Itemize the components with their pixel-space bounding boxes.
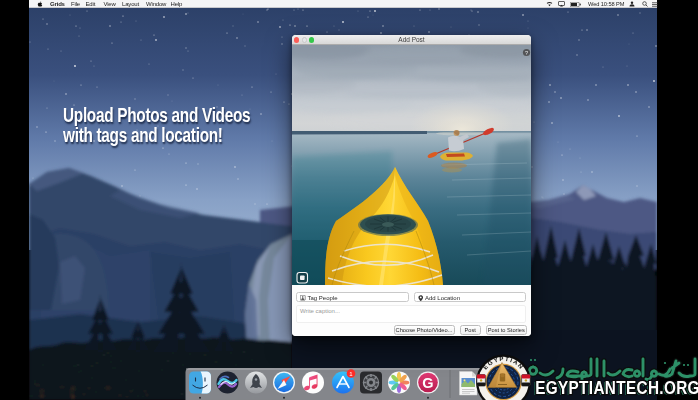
svg-text:EGYPTIANTECH.ORG: EGYPTIANTECH.ORG — [535, 378, 698, 397]
svg-text:?: ? — [525, 50, 528, 56]
svg-text:G: G — [422, 375, 433, 391]
